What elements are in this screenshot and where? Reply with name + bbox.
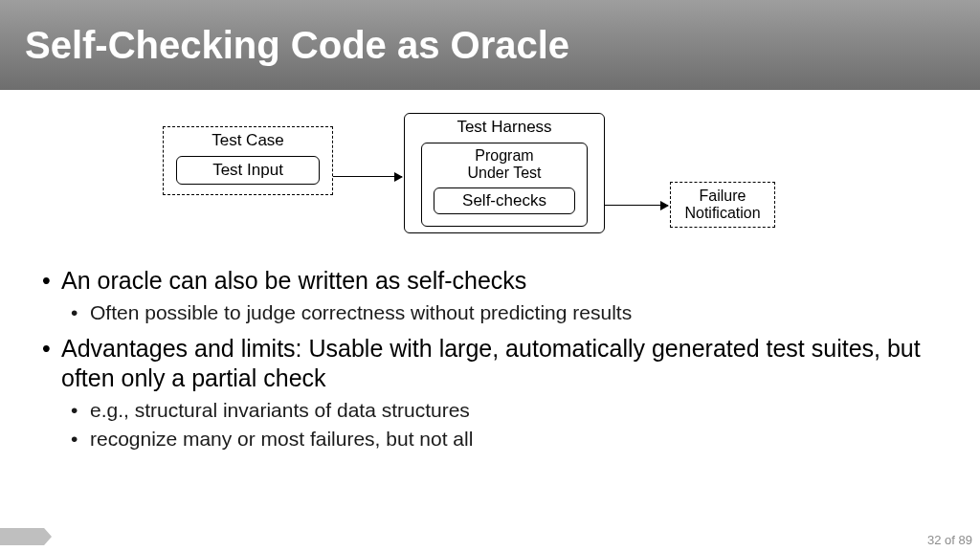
test-case-label: Test Case xyxy=(164,131,332,150)
footer-ribbon-icon xyxy=(0,528,52,545)
self-checks-box: Self-checks xyxy=(434,187,575,214)
failure-notification-box: Failure Notification xyxy=(670,182,775,228)
bullet-2: Advantages and limits: Usable with large… xyxy=(42,334,953,394)
program-under-test-box: Program Under Test Self-checks xyxy=(421,143,588,227)
self-checks-label: Self-checks xyxy=(462,191,546,210)
bullet-2-1: e.g., structural invariants of data stru… xyxy=(71,397,953,423)
test-case-box: Test Case Test Input xyxy=(163,126,333,195)
program-under-test-label: Program Under Test xyxy=(422,147,587,183)
bullet-content: An oracle can also be written as self-ch… xyxy=(42,266,953,455)
arrow-input-to-harness xyxy=(333,176,402,177)
slide: Self-Checking Code as Oracle Test Case T… xyxy=(0,0,980,551)
test-input-label: Test Input xyxy=(212,161,283,180)
bullet-1-1: Often possible to judge correctness with… xyxy=(71,299,953,325)
page-total: 89 xyxy=(959,533,972,547)
slide-title: Self-Checking Code as Oracle xyxy=(25,24,569,67)
test-harness-label: Test Harness xyxy=(405,118,604,137)
page-sep: of xyxy=(941,533,958,547)
test-harness-box: Test Harness Program Under Test Self-che… xyxy=(404,113,605,233)
bullet-2-2: recognize many or most failures, but not… xyxy=(71,426,953,452)
page-number: 32 of 89 xyxy=(927,533,972,547)
test-input-box: Test Input xyxy=(176,156,320,185)
bullet-1: An oracle can also be written as self-ch… xyxy=(42,266,953,296)
failure-notification-label: Failure Notification xyxy=(684,187,760,223)
page-current: 32 xyxy=(927,533,941,547)
arrow-harness-to-failure xyxy=(605,205,668,206)
diagram: Test Case Test Input Test Harness Progra… xyxy=(163,113,813,247)
title-bar: Self-Checking Code as Oracle xyxy=(0,0,980,90)
